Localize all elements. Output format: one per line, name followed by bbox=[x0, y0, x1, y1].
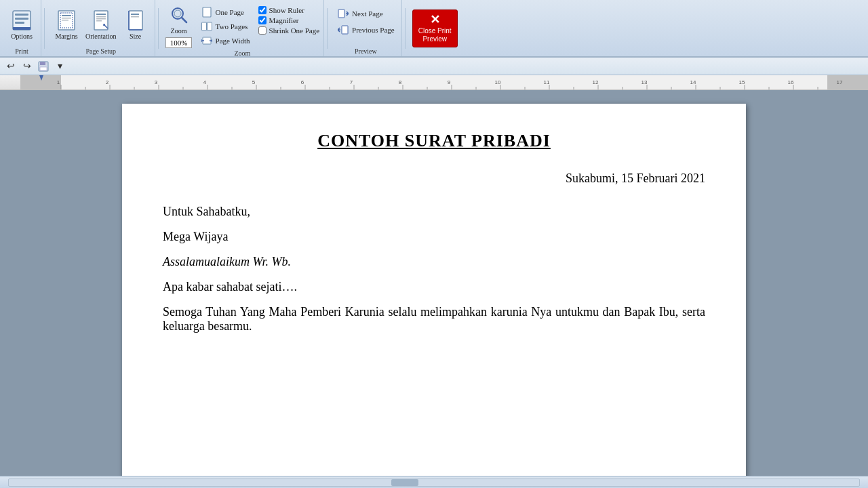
svg-rect-36 bbox=[61, 75, 827, 90]
magnifier-checkbox[interactable]: Magnifier bbox=[258, 16, 320, 25]
next-page-icon bbox=[337, 7, 349, 20]
scrollbar-thumb[interactable] bbox=[391, 479, 418, 486]
svg-text:6: 6 bbox=[301, 79, 304, 85]
options-button[interactable]: Options bbox=[7, 8, 37, 41]
svg-point-18 bbox=[174, 10, 181, 17]
options-icon bbox=[11, 9, 33, 31]
svg-text:3: 3 bbox=[155, 79, 158, 85]
size-icon bbox=[125, 9, 146, 31]
svg-text:12: 12 bbox=[593, 79, 599, 85]
svg-text:11: 11 bbox=[544, 79, 550, 85]
ribbon-group-zoom: Zoom 100% One Page bbox=[161, 0, 325, 56]
document-recipient: Untuk Sahabatku, bbox=[163, 205, 705, 219]
svg-rect-2 bbox=[15, 18, 28, 20]
svg-rect-35 bbox=[827, 75, 868, 90]
size-button[interactable]: Size bbox=[121, 8, 151, 41]
document-paragraph-1: Apa kabar sahabat sejati…. bbox=[163, 280, 705, 294]
close-group: ✕ Close PrintPreview bbox=[408, 0, 462, 56]
svg-text:14: 14 bbox=[690, 79, 696, 85]
redo-button[interactable]: ↪ bbox=[20, 60, 34, 73]
svg-text:8: 8 bbox=[399, 79, 402, 85]
ribbon-group-preview: Next Page Previous Page Preview bbox=[330, 0, 402, 56]
previous-page-button[interactable]: Previous Page bbox=[334, 23, 397, 37]
svg-rect-20 bbox=[203, 7, 211, 17]
svg-text:16: 16 bbox=[788, 79, 794, 85]
ribbon-group-print: Options Print bbox=[3, 0, 41, 56]
separator-4 bbox=[405, 8, 406, 49]
ribbon: Options Print Margins bbox=[0, 0, 868, 58]
svg-rect-28 bbox=[338, 9, 344, 18]
svg-rect-21 bbox=[201, 22, 206, 30]
svg-text:9: 9 bbox=[448, 79, 451, 85]
svg-line-19 bbox=[182, 18, 186, 22]
svg-rect-12 bbox=[96, 18, 106, 20]
two-pages-button[interactable]: Two Pages bbox=[198, 20, 253, 33]
zoom-group-label: Zoom bbox=[234, 48, 250, 57]
shrink-one-page-checkbox[interactable]: Shrink One Page bbox=[258, 26, 320, 35]
svg-text:2: 2 bbox=[106, 79, 109, 85]
orientation-icon bbox=[90, 9, 112, 31]
svg-text:4: 4 bbox=[203, 79, 207, 85]
horizontal-scrollbar[interactable] bbox=[8, 479, 860, 487]
svg-rect-22 bbox=[207, 22, 212, 30]
ribbon-group-page-setup: Margins Orientation bbox=[47, 0, 155, 56]
page-setup-group-label: Page Setup bbox=[85, 46, 116, 55]
preview-group-label: Preview bbox=[355, 46, 377, 55]
svg-rect-7 bbox=[62, 18, 71, 19]
margins-icon bbox=[56, 9, 77, 31]
status-bar bbox=[0, 476, 868, 488]
close-print-preview-button[interactable]: ✕ Close PrintPreview bbox=[412, 9, 458, 47]
save-button[interactable] bbox=[37, 60, 50, 73]
svg-text:7: 7 bbox=[350, 79, 353, 85]
previous-page-icon bbox=[337, 24, 349, 36]
zoom-icon bbox=[168, 4, 190, 26]
close-x-icon: ✕ bbox=[430, 14, 440, 26]
quick-access-toolbar: ↩ ↪ ▾ bbox=[0, 58, 868, 75]
svg-rect-6 bbox=[62, 15, 71, 16]
two-pages-icon bbox=[201, 20, 213, 33]
document-date: Sukabumi, 15 Februari 2021 bbox=[163, 171, 705, 186]
svg-rect-32 bbox=[40, 67, 47, 70]
svg-text:1: 1 bbox=[57, 79, 60, 85]
ruler-svg: 1 2 3 4 5 6 7 8 9 10 11 12 13 14 15 16 1… bbox=[20, 75, 868, 90]
show-ruler-checkbox[interactable]: Show Ruler bbox=[258, 5, 320, 15]
document-area: CONTOH SURAT PRIBADI Sukabumi, 15 Februa… bbox=[0, 90, 868, 476]
one-page-button[interactable]: One Page bbox=[198, 5, 253, 19]
svg-text:15: 15 bbox=[739, 79, 745, 85]
svg-text:17: 17 bbox=[837, 79, 843, 85]
orientation-button[interactable]: Orientation bbox=[83, 8, 119, 41]
svg-text:5: 5 bbox=[252, 79, 256, 85]
separator-2 bbox=[158, 8, 159, 49]
document-greeting: Assalamualaikum Wr. Wb. bbox=[163, 255, 705, 269]
svg-rect-13 bbox=[96, 20, 102, 22]
undo-button[interactable]: ↩ bbox=[4, 60, 18, 73]
zoom-value: 100% bbox=[165, 37, 193, 48]
svg-rect-29 bbox=[342, 26, 348, 34]
next-page-button[interactable]: Next Page bbox=[334, 7, 397, 20]
svg-rect-31 bbox=[40, 62, 45, 65]
page-width-button[interactable]: Page Width bbox=[198, 34, 253, 47]
document-page: CONTOH SURAT PRIBADI Sukabumi, 15 Februa… bbox=[122, 104, 746, 476]
svg-rect-1 bbox=[15, 14, 28, 16]
page-width-icon bbox=[201, 35, 213, 47]
print-group-label: Print bbox=[15, 46, 28, 55]
close-label: Close PrintPreview bbox=[418, 27, 452, 43]
one-page-icon bbox=[201, 6, 213, 18]
separator-3 bbox=[327, 8, 328, 49]
svg-text:10: 10 bbox=[495, 79, 501, 85]
svg-rect-16 bbox=[131, 16, 139, 18]
document-title: CONTOH SURAT PRIBADI bbox=[163, 131, 705, 151]
margins-button[interactable]: Margins bbox=[52, 8, 81, 41]
svg-rect-10 bbox=[96, 14, 106, 15]
ruler: 1 2 3 4 5 6 7 8 9 10 11 12 13 14 15 16 1… bbox=[0, 75, 868, 90]
qa-dropdown-button[interactable]: ▾ bbox=[53, 60, 66, 73]
separator-1 bbox=[44, 8, 45, 49]
zoom-button[interactable]: Zoom bbox=[165, 3, 193, 36]
document-paragraph-2: Semoga Tuhan Yang Maha Pemberi Karunia s… bbox=[163, 305, 705, 333]
svg-rect-8 bbox=[62, 20, 68, 21]
svg-rect-11 bbox=[96, 16, 106, 18]
svg-text:13: 13 bbox=[642, 79, 648, 85]
document-name: Mega Wijaya bbox=[163, 230, 705, 244]
svg-rect-15 bbox=[131, 14, 139, 15]
svg-rect-3 bbox=[15, 22, 24, 24]
